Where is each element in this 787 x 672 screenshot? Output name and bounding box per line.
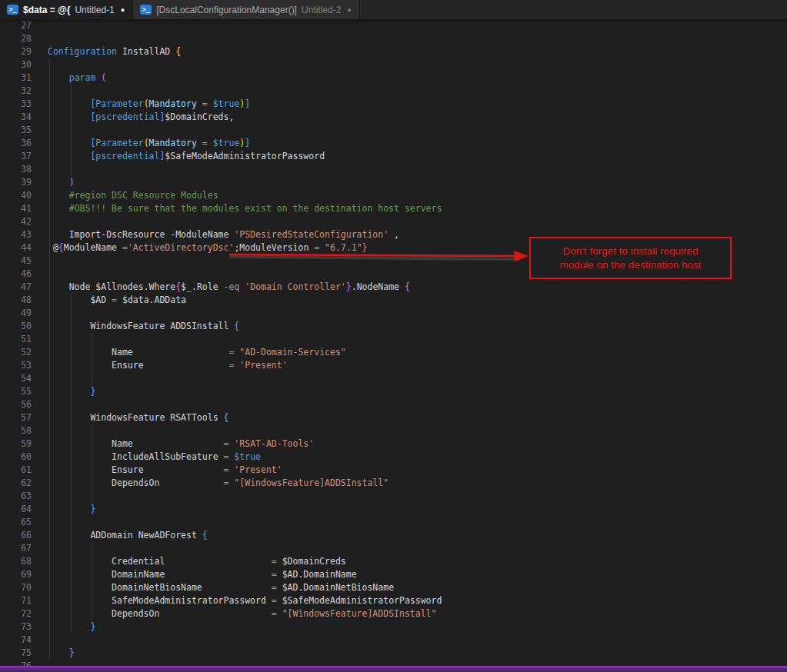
code-line: 68 Credential = $DomainCreds (0, 555, 787, 568)
indent-guide (49, 176, 50, 189)
indent-guide (49, 268, 50, 281)
code-editor[interactable]: 272829Configuration InstallAD {3031 para… (0, 19, 787, 672)
line-number: 39 (0, 176, 32, 189)
indent-guide (49, 241, 50, 254)
line-number: 63 (0, 490, 32, 503)
line-number: 62 (0, 477, 32, 490)
indent-guide (49, 85, 50, 98)
indent-guide (71, 424, 72, 437)
indent-guide (49, 634, 50, 647)
line-number: 71 (0, 594, 32, 607)
indent-guide (49, 607, 50, 620)
tab-bar: >_ $data = @{ Untitled-1 ● >_ [DscLocalC… (0, 0, 787, 19)
indent-guide (71, 359, 72, 372)
indent-guide (71, 411, 72, 424)
line-number: 34 (0, 111, 32, 124)
indent-guide (49, 189, 50, 202)
line-number: 56 (0, 398, 32, 411)
code-line: 40 #region DSC Resource Modules (0, 189, 787, 202)
indent-guide (49, 477, 50, 490)
line-number: 49 (0, 307, 32, 320)
indent-guide (71, 124, 72, 137)
code-line: 38 (0, 163, 787, 176)
tab-label: [DscLocalConfigurationManager()] (156, 5, 297, 15)
indent-guide (49, 254, 50, 268)
code-line: 72 DependsOn = "[WindowsFeature]ADDSInst… (0, 607, 787, 620)
indent-guide (71, 372, 72, 385)
indent-guide (49, 320, 50, 333)
code-line: 75 } (0, 647, 787, 660)
indent-guide (71, 320, 72, 333)
line-number: 65 (0, 516, 32, 529)
indent-guide (49, 620, 50, 634)
code-line: 55 } (0, 385, 787, 398)
line-number: 59 (0, 437, 32, 451)
indent-guide (49, 464, 50, 477)
indent-guide (71, 85, 72, 98)
line-number: 44 (0, 241, 32, 254)
indent-guide (49, 215, 50, 228)
indent-guide (92, 437, 92, 451)
dirty-indicator-icon[interactable]: ● (347, 6, 351, 14)
code-line: 71 SafeModeAdministratorPassword = $Safe… (0, 594, 787, 607)
indent-guide (92, 594, 92, 607)
line-number: 67 (0, 542, 32, 555)
code-line: 31 param ( (0, 72, 787, 85)
indent-guide (92, 542, 92, 555)
indent-guide (92, 372, 92, 385)
indent-guide (71, 150, 72, 163)
line-number: 74 (0, 634, 32, 647)
indent-guide (49, 581, 50, 594)
line-number: 61 (0, 464, 32, 477)
indent-guide (92, 451, 92, 464)
code-line: 29Configuration InstallAD { (0, 45, 787, 58)
line-number: 54 (0, 372, 32, 385)
line-number: 55 (0, 385, 32, 398)
code-line: 49 (0, 307, 787, 320)
indent-guide (92, 607, 92, 620)
indent-guide (71, 111, 72, 124)
indent-guide (49, 437, 50, 451)
annotation-line-1: Don't forget to install required (563, 245, 699, 258)
indent-guide (71, 555, 72, 568)
indent-guide (92, 424, 92, 437)
line-number: 42 (0, 215, 32, 228)
indent-guide (92, 346, 92, 359)
line-number: 48 (0, 294, 32, 307)
code-line: 32 (0, 85, 787, 98)
code-line: 74 (0, 634, 787, 647)
code-line: 67 (0, 542, 787, 555)
indent-guide (49, 281, 50, 294)
annotation-line-2: module on the destination host (560, 258, 702, 272)
indent-guide (49, 359, 50, 372)
indent-guide (71, 503, 72, 516)
code-line: 27 (0, 19, 787, 32)
indent-guide (49, 307, 50, 320)
indent-guide (71, 307, 72, 320)
indent-guide (49, 516, 50, 529)
tab-untitled-1[interactable]: >_ $data = @{ Untitled-1 ● (0, 0, 133, 19)
indent-guide (49, 385, 50, 398)
indent-guide (92, 477, 92, 490)
line-number: 60 (0, 451, 32, 464)
code-line: 64 } (0, 503, 787, 516)
code-line: 70 DomainNetBiosName = $AD.DomainNetBios… (0, 581, 787, 594)
indent-guide (49, 333, 50, 346)
indent-guide (71, 529, 72, 542)
line-number: 36 (0, 137, 32, 150)
tab-untitled-2[interactable]: >_ [DscLocalConfigurationManager()] Unti… (133, 0, 360, 19)
line-number: 57 (0, 411, 32, 424)
line-number: 75 (0, 647, 32, 660)
indent-guide (92, 464, 92, 477)
line-number: 30 (0, 58, 32, 72)
code-line: 58 (0, 424, 787, 437)
code-line: 50 WindowsFeature ADDSInstall { (0, 320, 787, 333)
dirty-indicator-icon[interactable]: ● (121, 6, 125, 14)
line-number: 27 (0, 19, 32, 32)
indent-guide (49, 555, 50, 568)
indent-guide (71, 137, 72, 150)
line-number: 40 (0, 189, 32, 202)
indent-guide (71, 516, 72, 529)
line-number: 53 (0, 359, 32, 372)
line-number: 31 (0, 72, 32, 85)
